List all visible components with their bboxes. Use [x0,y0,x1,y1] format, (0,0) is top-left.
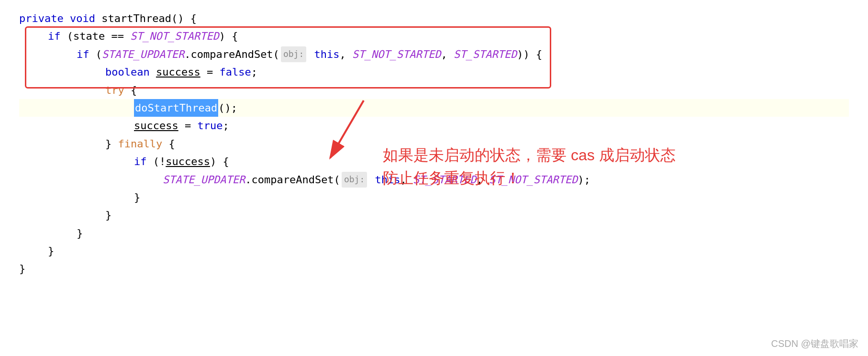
watermark-text: CSDN @键盘歌唱家 [771,338,858,349]
code-container: private void startThread() { if (state =… [0,0,868,288]
annotation-text: 如果是未启动的状态，需要 cas 成启动状态 防止任务重复执行！ [383,144,676,189]
code-line-14: } [19,242,849,260]
token-not-success: (! [153,153,166,170]
annotation-line1: 如果是未启动的状态，需要 cas 成启动状态 [383,144,676,167]
token-st-not-started-1: ST_NOT_STARTED [130,27,219,45]
token-paren3: ) { [210,153,229,170]
token-state-updater-1: STATE_UPDATER [102,45,184,63]
annotation-line2: 防止任务重复执行！ [383,167,676,189]
token-comma2: , [441,45,454,63]
code-line-2: if (state == ST_NOT_STARTED) { [19,27,849,45]
token-true: true [197,117,223,134]
token-comma1: , [339,45,352,63]
token-paren1: (state == [67,27,130,45]
token-try: try [105,81,124,99]
token-call1: (); [218,99,237,117]
token-assign2: = [178,117,198,134]
code-line-3: if (STATE_UPDATER.compareAndSet(obj: thi… [19,45,849,63]
token-close-brace4: } [77,224,83,242]
token-state-updater-2: STATE_UPDATER [163,171,245,189]
token-dot1: .compareAndSet( [184,45,279,63]
token-semi2: ; [223,117,229,134]
token-close-brace1: } [105,135,118,153]
token-success-1: success [156,63,200,81]
token-obj-label-1: obj: [281,46,306,62]
code-line-4: boolean success = false; [19,63,849,81]
token-try-brace: { [124,81,137,99]
token-boolean: boolean [105,63,156,81]
token-if3: if [134,153,153,170]
token-paren-close1: ) { [219,27,238,45]
code-line-1: private void startThread() { [19,10,849,27]
token-method-name: startThread() { [101,10,197,27]
token-semi1: ; [251,63,257,81]
token-close-brace6: } [19,260,25,278]
token-assign1: = [200,63,220,81]
token-if1: if [48,27,67,45]
annotation-area: 如果是未启动的状态，需要 cas 成启动状态 防止任务重复执行！ [306,96,737,230]
token-success-2: success [134,117,178,134]
token-close-brace5: } [48,242,54,260]
token-st-not-started-2: ST_NOT_STARTED [352,45,441,63]
token-false: false [219,63,251,81]
token-doStartThread: doStartThread [134,99,218,117]
code-line-15: } [19,260,849,278]
token-success-3: success [166,153,210,170]
token-close-brace3: } [105,206,111,224]
svg-line-1 [330,100,364,158]
token-finally: finally [118,135,163,153]
token-private: private [19,10,70,27]
token-this-1: this [308,45,339,63]
token-finally-brace: { [162,135,175,153]
watermark: CSDN @键盘歌唱家 [771,337,858,350]
token-void: void [70,10,101,27]
token-close-brace2: } [134,189,140,206]
token-st-started-1: ST_STARTED [454,45,517,63]
token-paren-end1: )) { [517,45,542,63]
token-if2: if [77,45,96,63]
token-paren2: ( [96,45,102,63]
